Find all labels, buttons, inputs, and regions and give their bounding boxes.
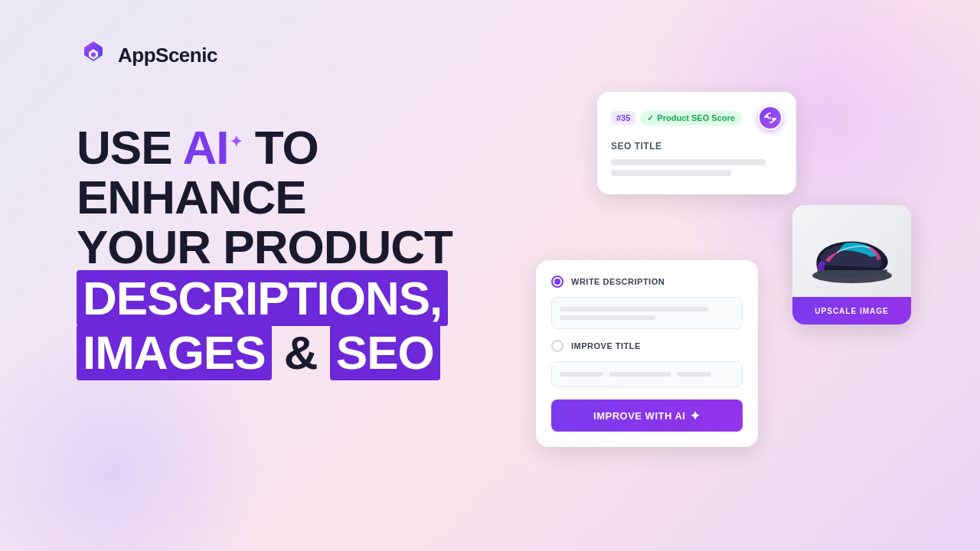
brand-name: AppScenic	[118, 44, 217, 67]
hero-seo: SEO	[330, 324, 440, 380]
seo-title-label: SEO TITLE	[611, 141, 782, 152]
sparkle-icon: ✦	[690, 409, 701, 423]
hero-ai: AI	[182, 121, 228, 174]
hero-line-2: ENHANCE	[77, 172, 521, 222]
title-input-field[interactable]	[551, 361, 743, 387]
description-input-field[interactable]	[551, 297, 743, 329]
ai-refresh-button[interactable]: AI	[758, 106, 782, 130]
hero-line-1: USE AI✦ TO	[77, 122, 521, 172]
improve-title-radio[interactable]	[551, 340, 564, 352]
improve-title-option[interactable]: IMPROVE TITLE	[551, 340, 743, 352]
seo-card-header: #35 Product SEO Score AI	[611, 106, 782, 130]
improve-title-label: IMPROVE TITLE	[571, 341, 641, 350]
logo-area: AppScenic	[77, 38, 217, 72]
write-description-option[interactable]: WRITE DESCRIPTION	[551, 276, 743, 288]
desc-line-2	[560, 315, 655, 320]
seo-placeholder-line-1	[611, 159, 766, 165]
improve-with-ai-button[interactable]: IMPROVE WITH AI ✦	[551, 399, 743, 432]
hero-ampersand: &	[284, 326, 330, 379]
appscenic-logo-icon	[77, 38, 110, 72]
desc-card: WRITE DESCRIPTION IMPROVE TITLE IMPROVE …	[536, 260, 758, 447]
upscale-card: UPSCALE IMAGE	[792, 205, 911, 324]
hero-use: USE	[77, 121, 182, 174]
seo-badges: #35 Product SEO Score	[611, 111, 742, 126]
title-line-3	[677, 372, 712, 377]
seo-placeholder-line-2	[611, 170, 731, 176]
upscale-btn-label: UPSCALE IMAGE	[815, 307, 888, 315]
desc-line-1	[560, 307, 708, 311]
title-line-2	[609, 372, 671, 377]
write-description-radio[interactable]	[551, 276, 564, 288]
seo-card: #35 Product SEO Score AI SEO TITLE	[597, 92, 796, 194]
hero-line-4: DESCRIPTIONS,	[77, 273, 521, 323]
seo-score-number: #35	[611, 111, 635, 125]
upscale-image-button[interactable]: UPSCALE IMAGE	[792, 297, 911, 324]
seo-score-badge: Product SEO Score	[640, 111, 741, 126]
title-line-1	[560, 372, 603, 377]
hero-line-5: IMAGES & SEO	[77, 328, 521, 377]
hero-images: IMAGES	[77, 324, 272, 380]
hero-star: ✦	[230, 133, 242, 150]
svg-text:AI: AI	[768, 116, 773, 120]
hero-line-3: YOUR PRODUCT	[77, 222, 521, 272]
hero-section: USE AI✦ TO ENHANCE YOUR PRODUCT DESCRIPT…	[77, 122, 521, 377]
hero-descriptions: DESCRIPTIONS,	[77, 270, 448, 326]
shoe-svg	[802, 213, 902, 289]
improve-btn-label: IMPROVE WITH AI	[593, 410, 685, 422]
shoe-image	[792, 205, 911, 297]
hero-to: TO	[242, 121, 318, 174]
write-description-label: WRITE DESCRIPTION	[571, 277, 665, 286]
